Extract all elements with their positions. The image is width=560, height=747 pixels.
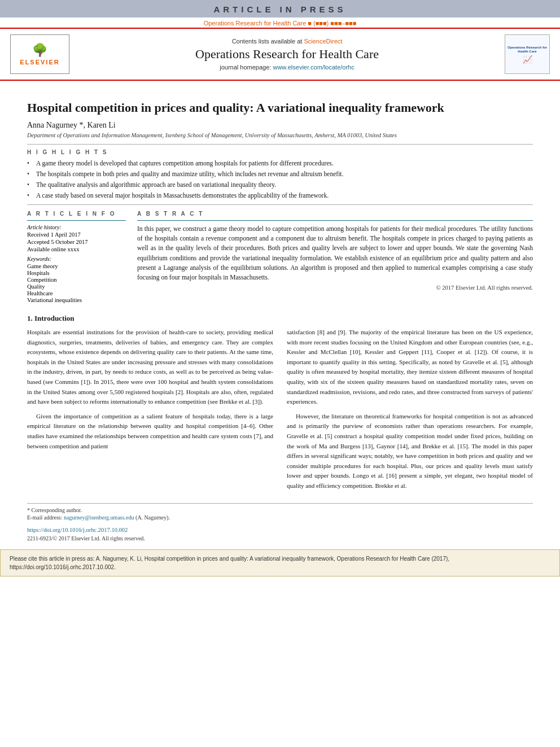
article-info-label: A R T I C L E I N F O: [27, 211, 126, 217]
sciencedirect-link[interactable]: ScienceDirect: [304, 38, 342, 45]
doi-link[interactable]: https://doi.org/10.1016/j.orhc.2017.10.0…: [27, 527, 128, 533]
abstract-section: A B S T R A C T In this paper, we constr…: [137, 211, 533, 304]
corresponding-author: * Corresponding author.: [27, 507, 533, 513]
abstract-copyright: © 2017 Elsevier Ltd. All rights reserved…: [137, 285, 533, 291]
banner-text: ARTICLE IN PRESS: [213, 5, 346, 14]
email-link[interactable]: nagurney@isenberg.umass.edu: [64, 514, 134, 521]
list-item: The hospitals compete in both pries and …: [27, 169, 533, 178]
col-divider: [27, 220, 126, 221]
body-paragraph: satisfaction [8] and [9]. The majority o…: [287, 327, 533, 407]
paper-title: Hospital competition in prices and quali…: [27, 100, 533, 116]
email-row: E-mail address: nagurney@isenberg.umass.…: [27, 514, 533, 521]
affiliation: Department of Operations and Information…: [27, 132, 533, 138]
journal-thumbnail: Operations Research for Health Care 📈: [505, 34, 550, 74]
authors: Anna Nagurney *, Karen Li: [27, 121, 533, 130]
section-heading: 1. Introduction: [27, 314, 533, 323]
journal-link[interactable]: Operations Research for Health Care ■ (■…: [204, 20, 357, 27]
elsevier-tree-icon: 🌳: [32, 43, 47, 58]
divider-1: [27, 144, 533, 145]
copyright-footer: 2211-6923/© 2017 Elsevier Ltd. All right…: [27, 535, 533, 541]
body-col-left: Hospitals are essential institutions for…: [27, 327, 273, 496]
abstract-text: In this paper, we construct a game theor…: [137, 224, 533, 283]
body-columns: Hospitals are essential institutions for…: [27, 327, 533, 496]
page: ARTICLE IN PRESS Operations Research for…: [0, 0, 560, 747]
received-date: Received 1 April 2017: [27, 231, 126, 238]
contents-label: Contents lists available at ScienceDirec…: [69, 38, 505, 45]
citation-text: Please cite this article in press as: A.…: [10, 556, 449, 570]
divider-2: [27, 204, 533, 205]
citation-bar: Please cite this article in press as: A.…: [0, 549, 560, 576]
elsevier-logo: 🌳 ELSEVIER: [10, 34, 69, 74]
keyword-item: Variational inequalities: [27, 297, 126, 303]
homepage-url[interactable]: www.elsevier.com/locate/orhc: [273, 64, 354, 71]
highlights-label: H I G H L I G H T S: [27, 149, 533, 155]
list-item: A game theory model is developed that ca…: [27, 159, 533, 168]
keyword-item: Hospitals: [27, 270, 126, 276]
history-label: Article history:: [27, 224, 126, 230]
body-col-right: satisfaction [8] and [9]. The majority o…: [287, 327, 533, 496]
article-in-press-banner: ARTICLE IN PRESS: [0, 0, 560, 18]
col-divider: [137, 220, 533, 221]
highlights-list: A game theory model is developed that ca…: [27, 159, 533, 200]
article-info-abstract: A R T I C L E I N F O Article history: R…: [27, 211, 533, 304]
journal-link-bar: Operations Research for Health Care ■ (■…: [0, 18, 560, 28]
journal-header: 🌳 ELSEVIER Contents lists available at S…: [0, 28, 560, 81]
elsevier-label: ELSEVIER: [20, 59, 59, 65]
keyword-item: Quality: [27, 283, 126, 290]
homepage-label: journal homepage: www.elsevier.com/locat…: [69, 64, 505, 71]
body-paragraph: Given the importance of competition as a…: [27, 412, 273, 451]
author-names: Anna Nagurney *, Karen Li: [27, 121, 116, 129]
main-content: Hospital competition in prices and quali…: [0, 81, 560, 541]
available-online: Available online xxxx: [27, 246, 126, 252]
body-paragraph: Hospitals are essential institutions for…: [27, 327, 273, 407]
list-item: A case study based on several major hosp…: [27, 191, 533, 200]
introduction-section: 1. Introduction Hospitals are essential …: [27, 314, 533, 496]
body-paragraph: However, the literature on theoretical f…: [287, 412, 533, 491]
highlights-section: H I G H L I G H T S A game theory model …: [27, 149, 533, 200]
keyword-item: Game theory: [27, 263, 126, 269]
article-info-section: A R T I C L E I N F O Article history: R…: [27, 211, 126, 304]
journal-chart-icon: 📈: [523, 55, 532, 64]
keywords-label: Keywords:: [27, 256, 126, 262]
footnote-section: * Corresponding author. E-mail address: …: [27, 503, 533, 541]
journal-main-title: Operations Research for Health Care: [69, 47, 505, 62]
journal-title-section: Contents lists available at ScienceDirec…: [69, 38, 505, 71]
abstract-label: A B S T R A C T: [137, 211, 533, 217]
accepted-date: Accepted 5 October 2017: [27, 239, 126, 245]
keyword-item: Competition: [27, 277, 126, 283]
keyword-item: Healthcare: [27, 290, 126, 296]
list-item: The qualitative analysis and algorithmic…: [27, 180, 533, 189]
